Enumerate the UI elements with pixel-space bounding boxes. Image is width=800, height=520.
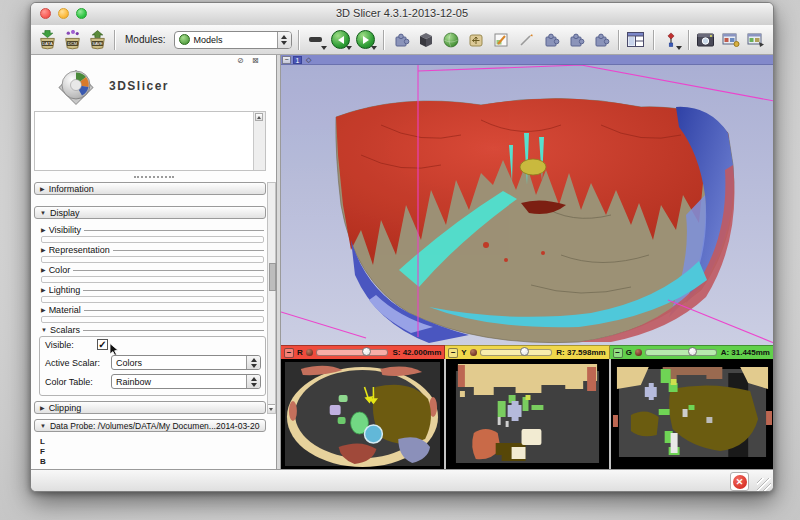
module-puzzle-button-4[interactable]: [590, 28, 612, 52]
layout-icon: [626, 31, 645, 48]
splitter-handle[interactable]: [134, 176, 174, 181]
dicom-icon: DCM: [62, 30, 83, 50]
visible-label: Visible:: [45, 340, 74, 350]
scroll-up-icon[interactable]: [255, 113, 263, 121]
yellow-slice-bar: − Y R: 37.598mm: [445, 345, 609, 359]
scene-view-restore-button[interactable]: [745, 28, 767, 52]
scene-view-restore-icon: [746, 31, 765, 48]
scroll-down-icon[interactable]: [268, 404, 275, 413]
module-panel-toggle-button[interactable]: [305, 28, 327, 52]
slice-offset-value: R: 37.598mm: [556, 348, 605, 357]
collapse-triangle-icon: ▶: [41, 287, 46, 293]
slice-offset-slider[interactable]: [645, 349, 717, 356]
slice-pin-icon[interactable]: [635, 349, 642, 356]
screenshot-button[interactable]: [695, 28, 717, 52]
puzzle-icon: [592, 31, 610, 49]
view3d-collapse-button[interactable]: −: [282, 56, 291, 64]
visible-checkbox[interactable]: ✓: [97, 339, 108, 350]
main-toolbar: DATA DCM SAVE Modules:: [31, 25, 773, 55]
view3d-viewport[interactable]: − 1 ◇: [281, 55, 774, 345]
svg-text:DATA: DATA: [42, 40, 53, 45]
color-table-select[interactable]: Rainbow: [111, 374, 261, 389]
section-material[interactable]: ▶ Material: [41, 304, 264, 315]
section-clipping[interactable]: ▶ Clipping: [34, 401, 266, 414]
section-representation[interactable]: ▶ Representation: [41, 244, 264, 255]
section-lighting[interactable]: ▶ Lighting: [41, 284, 264, 295]
view-layout: − 1 ◇ − R S: 42.000mm − Y: [281, 55, 774, 469]
listbox-scrollbar[interactable]: [253, 112, 265, 170]
slice-offset-slider[interactable]: [480, 349, 553, 356]
scrollbar-thumb[interactable]: [269, 263, 276, 291]
section-visibility[interactable]: ▶ Visibility: [41, 224, 264, 235]
red-slice-viewport[interactable]: [281, 359, 446, 469]
module-list-box: [34, 111, 266, 171]
history-forward-button[interactable]: [355, 28, 377, 52]
slider-handle[interactable]: [520, 347, 529, 356]
error-log-button[interactable]: ✕: [730, 472, 749, 491]
transforms-module-button[interactable]: [465, 28, 487, 52]
history-back-button[interactable]: [330, 28, 352, 52]
view3d-canvas[interactable]: [281, 65, 774, 345]
slice-collapse-button[interactable]: −: [284, 348, 294, 358]
axial-slice-canvas[interactable]: [281, 359, 444, 469]
models-module-button[interactable]: [440, 28, 462, 52]
layout-selector-button[interactable]: [625, 28, 647, 52]
puzzle-icon: [392, 31, 410, 49]
slice-collapse-button[interactable]: −: [613, 348, 623, 358]
module-puzzle-button-1[interactable]: [390, 28, 412, 52]
load-data-icon: DATA: [37, 30, 58, 50]
collapse-triangle-icon: ▶: [41, 247, 46, 253]
editor-module-button[interactable]: [490, 28, 512, 52]
section-scalars[interactable]: ▼ Scalars: [41, 324, 264, 335]
module-selector-value: Models: [194, 35, 277, 45]
panel-scrollbar[interactable]: [267, 182, 276, 414]
green-slice-viewport[interactable]: [611, 359, 774, 469]
slice-pin-icon[interactable]: [470, 349, 477, 356]
section-color[interactable]: ▶ Color: [41, 264, 264, 275]
module-selector[interactable]: Models: [174, 31, 292, 49]
slice-letter: R: [297, 348, 303, 357]
crosshair-button[interactable]: [660, 28, 682, 52]
yellow-slice-viewport[interactable]: [446, 359, 611, 469]
collapse-triangle-icon: ▼: [40, 423, 46, 429]
module-puzzle-button-3[interactable]: [565, 28, 587, 52]
red-slice-bar: − R S: 42.000mm: [281, 345, 445, 359]
slice-pin-icon[interactable]: [306, 349, 313, 356]
active-scalar-label: Active Scalar:: [45, 358, 100, 368]
panel-toggle-icon: [309, 37, 322, 42]
orientation-letter: L: [40, 437, 45, 446]
dicom-button[interactable]: DCM: [61, 28, 83, 52]
slice-collapse-button[interactable]: −: [448, 348, 458, 358]
data-module-button[interactable]: [415, 28, 437, 52]
data-probe-header[interactable]: ▼ Data Probe: /Volumes/DATA/My Documen..…: [34, 419, 266, 432]
resize-grip[interactable]: [757, 478, 771, 492]
scene-view-capture-button[interactable]: [720, 28, 742, 52]
load-data-button[interactable]: DATA: [36, 28, 58, 52]
section-information[interactable]: ▶ Information: [34, 182, 266, 195]
orientation-letter: B: [40, 457, 46, 466]
slice-offset-slider[interactable]: [316, 349, 389, 356]
collapse-triangle-icon: ▶: [41, 267, 46, 273]
slice-controller-bars: − R S: 42.000mm − Y R: 37.598mm − G: [281, 345, 774, 359]
save-icon: SAVE: [87, 30, 108, 50]
modules-label: Modules:: [125, 34, 166, 45]
module-puzzle-button-2[interactable]: [540, 28, 562, 52]
view3d-pin-icon[interactable]: ◇: [306, 55, 311, 64]
collapse-triangle-icon: ▶: [40, 186, 45, 192]
panel-close-icon[interactable]: ⊠: [252, 56, 259, 65]
annotations-module-button[interactable]: [515, 28, 537, 52]
panel-popout-icon[interactable]: ⊘: [237, 56, 244, 65]
coronal-slice-canvas[interactable]: [611, 359, 774, 469]
sagittal-slice-canvas[interactable]: [446, 359, 609, 469]
orientation-letter: F: [40, 447, 45, 456]
slider-handle[interactable]: [362, 347, 371, 356]
sphere-icon: [442, 31, 460, 49]
view3d-controller-bar: − 1 ◇: [281, 55, 774, 65]
section-display[interactable]: ▼ Display: [34, 206, 266, 219]
slider-handle[interactable]: [688, 347, 697, 356]
svg-text:DCM: DCM: [67, 40, 77, 45]
collapse-triangle-icon: ▶: [41, 227, 46, 233]
models-module-icon: [179, 34, 190, 45]
save-button[interactable]: SAVE: [86, 28, 108, 52]
active-scalar-select[interactable]: Colors: [111, 355, 261, 370]
